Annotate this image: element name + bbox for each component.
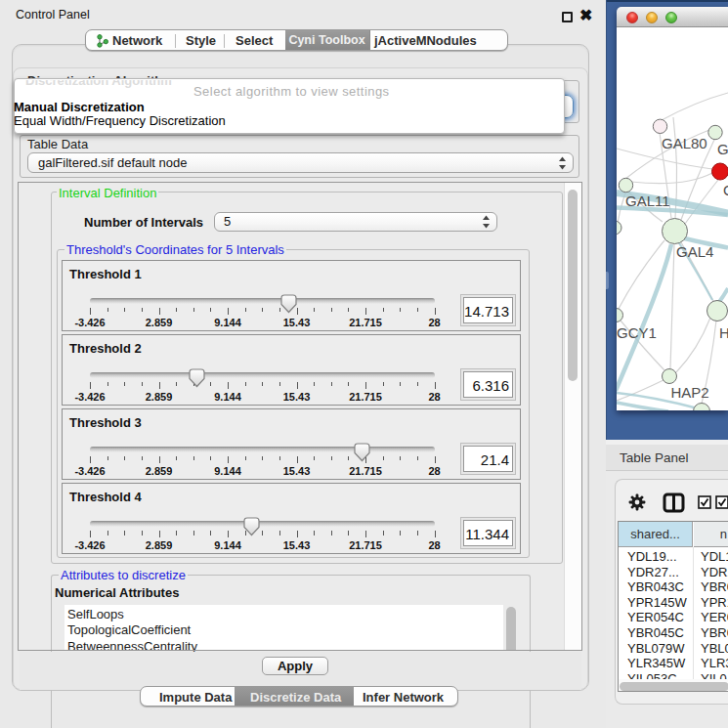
svg-text:GAL80: GAL80 [662,135,707,151]
svg-text:G: G [723,182,728,198]
svg-text:GCY1: GCY1 [617,324,657,341]
svg-text:GAL11: GAL11 [625,193,670,209]
svg-text:G: G [717,141,728,157]
svg-text:H: H [719,324,728,341]
svg-text:HAP2: HAP2 [671,384,709,401]
svg-text:GAL4: GAL4 [676,243,713,260]
